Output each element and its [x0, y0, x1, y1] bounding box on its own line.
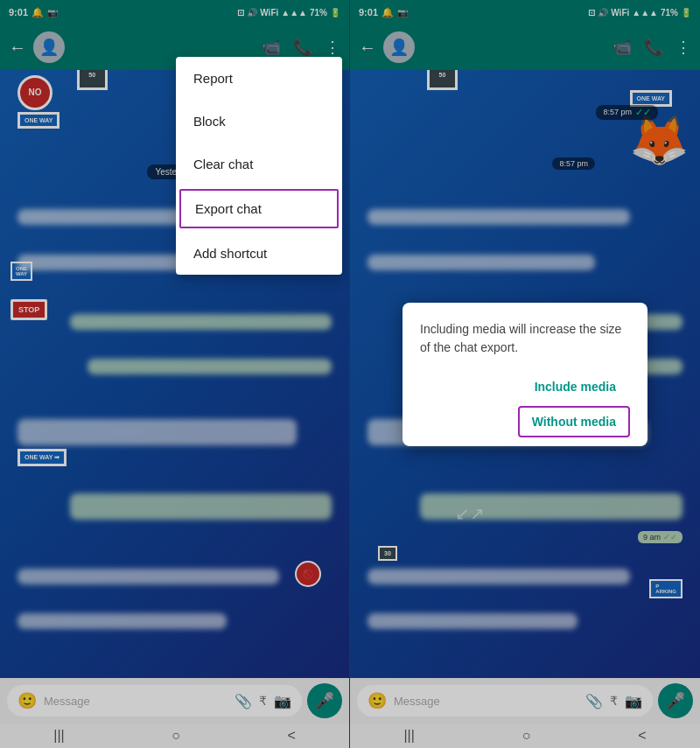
- dialog-actions: Include media Without media: [420, 371, 630, 437]
- menu-item-export-chat[interactable]: Export chat: [179, 189, 339, 228]
- menu-item-clear-chat[interactable]: Clear chat: [176, 143, 342, 185]
- menu-item-report[interactable]: Report: [176, 57, 342, 100]
- dialog-message: Including media will increase the size o…: [420, 320, 630, 357]
- export-chat-dialog: Including media will increase the size o…: [402, 303, 648, 446]
- without-media-button[interactable]: Without media: [518, 406, 630, 437]
- menu-item-block[interactable]: Block: [176, 100, 342, 143]
- context-menu: Report Block Clear chat Export chat Add …: [176, 57, 342, 275]
- menu-item-add-shortcut[interactable]: Add shortcut: [176, 232, 342, 275]
- right-phone-panel: 50 50 ONE WAY 🦊 8:57 pm ✓✓ 8:57 pm 9 am …: [350, 0, 700, 748]
- left-phone-panel: NO 50 50 ONE WAY ONE WAY STOP ONEWAY ONE…: [0, 0, 350, 748]
- include-media-button[interactable]: Include media: [521, 371, 630, 402]
